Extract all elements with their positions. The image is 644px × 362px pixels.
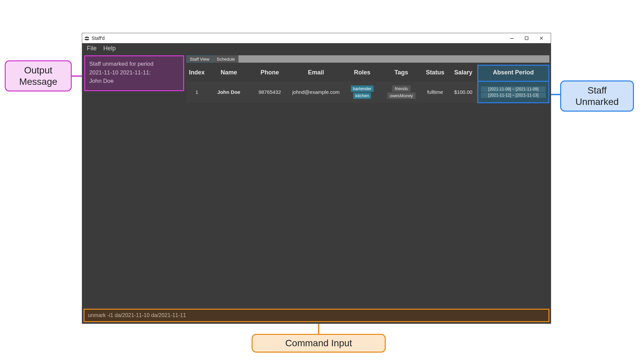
connector-staff-unmarked [550,94,560,95]
cell-absent-period: [2021-11-09] ~ [2021-11-09] [2021-11-12]… [478,81,549,103]
col-header-email: Email [289,65,342,81]
svg-point-0 [85,37,86,38]
cell-name: John Doe [208,81,250,103]
cell-index: 1 [186,81,208,103]
tab-staff-view[interactable]: Staff View [186,55,213,63]
col-header-phone: Phone [250,65,289,81]
output-line: Staff unmarked for period [89,60,179,68]
tag-chip: owesMoney [387,93,416,99]
staff-table-area: Index Name Phone Email Roles Tags Status… [186,63,551,309]
app-title: Staff'd [92,36,105,41]
col-header-tags: Tags [382,65,421,81]
command-input[interactable] [88,312,545,318]
menu-help[interactable]: Help [103,45,116,52]
role-chip: bartender [351,85,374,92]
output-line: John Doe [89,77,179,85]
message-pane: Staff unmarked for period 2021-11-10 202… [82,53,186,309]
absent-period-line: [2021-11-12] ~ [2021-11-13] [481,93,546,98]
app-icon [84,36,90,41]
svg-rect-3 [510,38,514,39]
col-header-absent: Absent Period [478,65,549,81]
col-header-salary: Salary [449,65,478,81]
svg-point-1 [88,37,89,38]
col-header-status: Status [421,65,449,81]
tag-chip: friends [392,85,411,92]
connector-command-input [318,324,319,334]
menubar: File Help [82,43,551,53]
role-chip: kitchen [353,93,371,99]
absent-period-line: [2021-11-09] ~ [2021-11-09] [481,86,546,92]
main-pane: Staff View Schedule Index Name Phone Ema… [186,53,551,309]
menu-file[interactable]: File [87,45,97,52]
command-input-bar[interactable] [84,309,549,322]
callout-command-input: Command Input [252,334,386,353]
close-button[interactable] [534,34,549,43]
table-header-row: Index Name Phone Email Roles Tags Status… [186,65,549,81]
cell-tags: friends owesMoney [382,81,421,103]
output-message-box: Staff unmarked for period 2021-11-10 202… [84,55,184,91]
tab-strip: Staff View Schedule [186,55,549,63]
minimize-button[interactable] [504,34,519,43]
callout-label: StaffUnmarked [568,85,626,107]
col-header-roles: Roles [343,65,382,81]
callout-output-message: OutputMessage [5,60,72,92]
table-row[interactable]: 1 John Doe 98765432 johnd@example.com ba… [186,81,549,103]
callout-staff-unmarked: StaffUnmarked [560,80,634,112]
connector-output-message [72,75,82,77]
output-line: 2021-11-10 2021-11-11: [89,68,179,77]
cell-salary: $100.00 [449,81,478,103]
col-header-index: Index [186,65,208,81]
cell-status: fulltime [421,81,449,103]
titlebar[interactable]: Staff'd [82,33,551,43]
app-window: Staff'd File Help Staff unmarked for per… [82,33,551,324]
cell-email: johnd@example.com [289,81,342,103]
cell-phone: 98765432 [250,81,289,103]
tab-schedule[interactable]: Schedule [213,55,238,63]
svg-rect-4 [525,37,528,40]
staff-table: Index Name Phone Email Roles Tags Status… [186,65,549,103]
body-area: Staff unmarked for period 2021-11-10 202… [82,53,551,309]
callout-label: OutputMessage [12,65,64,87]
maximize-button[interactable] [519,34,534,43]
cell-roles: bartender kitchen [343,81,382,103]
svg-point-2 [86,36,88,38]
col-header-name: Name [208,65,250,81]
callout-label: Command Input [259,338,378,349]
